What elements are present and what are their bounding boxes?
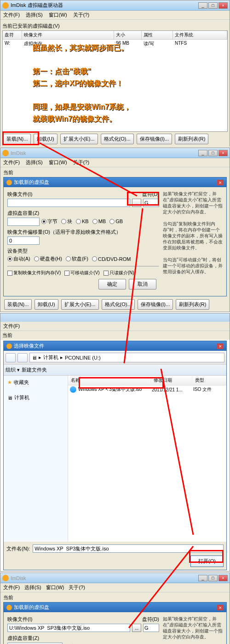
titlebar: ImDisk 虚拟磁盘驱动器 _ □ ×	[0, 0, 230, 11]
filename-input[interactable]	[33, 544, 224, 553]
refresh-button[interactable]: 刷新列表(R)	[175, 134, 208, 144]
menu-select[interactable]: 选择(S)	[26, 12, 43, 18]
dialog-close-icon[interactable]: ×	[217, 180, 224, 185]
unmount-button-2[interactable]: 卸载(U)	[34, 299, 58, 310]
format-button[interactable]: 格式化(O)...	[101, 134, 134, 144]
close-button[interactable]: ×	[218, 575, 228, 581]
save-button-2[interactable]: 保存镜像(I)...	[138, 299, 173, 310]
installed-label-3: 当前	[0, 331, 230, 340]
menu-about[interactable]: 关于(?)	[69, 585, 85, 590]
type-auto[interactable]: 自动(A)	[7, 255, 30, 262]
menu-file[interactable]: 文件(F)	[3, 585, 20, 590]
dialog-icon	[6, 180, 12, 185]
removable-media[interactable]: 可移动媒介(V)	[64, 270, 99, 276]
screen-4-filled-dialog: ImDisk _□× 文件(F)选择(S)窗口(W)关于(?) 当前 加载新的虚…	[0, 573, 230, 644]
minimize-button[interactable]: _	[198, 2, 207, 9]
readonly-media[interactable]: 只读媒介(N)	[104, 270, 134, 276]
menu-about[interactable]: 关于(?)	[73, 12, 89, 18]
col-name[interactable]: 名称	[68, 376, 151, 385]
window-title: ImDisk 虚拟磁盘驱动器	[11, 2, 198, 9]
mount-button-2[interactable]: 装载(N)...	[4, 299, 32, 310]
mount-button[interactable]: 装载(N)...	[3, 134, 31, 144]
help-text-3: 当勾选"可移动媒介"时，将创建一个可移动的虚拟设备，并禁用设备的写入缓存。	[163, 257, 223, 275]
body-2: 当前 加载新的虚拟盘 × 映像文件(I)盘符(D) ...	[0, 167, 230, 312]
unit-mb[interactable]: MB	[92, 219, 106, 224]
menubar: 文件(F) 选择(S) 窗口(W) 关于(?)	[0, 11, 230, 20]
minimize-button[interactable]: _	[198, 575, 207, 581]
menu-file-3[interactable]: 文件(F)	[3, 323, 20, 329]
browse-button-4[interactable]: ...	[132, 624, 141, 632]
dialog-close-icon[interactable]: ×	[217, 605, 224, 610]
col-drive[interactable]: 盘符	[3, 31, 22, 39]
menu-window[interactable]: 窗口(W)	[49, 12, 67, 18]
extend-button[interactable]: 扩展大小(E)...	[60, 134, 98, 144]
col-date[interactable]: 修改日期	[151, 376, 192, 385]
type-floppy[interactable]: 软盘(F)	[66, 255, 88, 262]
organize-button[interactable]: 组织 ▾	[6, 366, 20, 373]
menu-select[interactable]: 选择(S)	[26, 160, 43, 165]
unit-block[interactable]: 块	[61, 218, 72, 225]
browse-button[interactable]: ...	[132, 199, 141, 207]
minimize-button[interactable]: _	[198, 150, 207, 156]
offset-input[interactable]	[7, 236, 40, 245]
imdisk-icon	[2, 150, 9, 156]
menu-file[interactable]: 文件(F)	[3, 160, 20, 165]
extend-button-2[interactable]: 扩展大小(E)...	[61, 299, 99, 310]
close-button[interactable]: ×	[218, 2, 228, 9]
offset-label: 映像文件偏移量(O)（适用于非原始映像文件格式）	[7, 229, 159, 236]
back-button[interactable]	[6, 353, 16, 362]
file-date: 2011/12/21 1...	[152, 387, 193, 392]
col-fs[interactable]: 文件系统	[173, 31, 227, 39]
col-attr[interactable]: 属性	[142, 31, 173, 39]
drive-input[interactable]	[143, 199, 159, 207]
parent-frame	[0, 313, 230, 322]
col-size[interactable]: 大小	[114, 31, 142, 39]
screen-2-mount-dialog: ImDisk _□× 文件(F) 选择(S) 窗口(W) 关于(?) 当前 加载…	[0, 148, 230, 312]
type-cd[interactable]: CD/DVD-ROM	[92, 256, 131, 262]
menu-select[interactable]: 选择(S)	[24, 585, 41, 590]
save-button[interactable]: 保存镜像(I)...	[137, 134, 172, 144]
file-dialog-title: 选择映像文件 ×	[4, 341, 226, 351]
drive-input-4[interactable]	[143, 624, 159, 632]
sidebar-favorites[interactable]: ★收藏夹	[6, 378, 66, 387]
col-type[interactable]: 类型	[192, 376, 226, 385]
breadcrumb-drive[interactable]: PCONLINE (U:)	[65, 355, 101, 360]
dialog-close-icon[interactable]: ×	[217, 343, 224, 349]
menu-window[interactable]: 窗口(W)	[49, 160, 67, 165]
close-button[interactable]: ×	[218, 150, 228, 156]
capacity-label: 虚拟盘容量(Z)	[7, 210, 159, 217]
format-button-2[interactable]: 格式化(O)...	[102, 299, 135, 310]
location-bar[interactable]: 🖥▸ 计算机▸ PCONLINE (U:)	[29, 353, 224, 362]
copy-to-mem[interactable]: 复制映像文件到内存(V)	[7, 270, 61, 276]
overlay-line-2: 第一：点击"装载"	[33, 65, 131, 77]
unit-byte[interactable]: 字节	[41, 218, 58, 225]
type-hdd[interactable]: 硬盘卷(H)	[34, 255, 62, 262]
menu-window[interactable]: 窗口(W)	[46, 585, 64, 590]
refresh-button-2[interactable]: 刷新列表(R)	[176, 299, 209, 310]
unit-kb[interactable]: KB	[76, 219, 89, 224]
col-image[interactable]: 映像文件	[22, 31, 114, 39]
menu-file[interactable]: 文件(F)	[3, 12, 20, 18]
cancel-button[interactable]: 取消	[129, 279, 156, 290]
file-list: 名称 修改日期 类型 Windows XP ↖3集体中文版.iso 2011/1…	[68, 376, 226, 542]
forward-button[interactable]	[17, 353, 28, 362]
image-file-input-4[interactable]	[7, 624, 130, 632]
help-panel: 如果"映像文件"栏留空，并在"虚拟磁盘大小"栏输入所需磁盘容量大小，则创建一个指…	[163, 191, 223, 292]
overlay-line-3: 第二，选中XP的镜像文件！	[33, 77, 131, 89]
maximize-button[interactable]: □	[208, 575, 218, 581]
file-row[interactable]: Windows XP ↖3集体中文版.iso 2011/12/21 1... I…	[68, 385, 226, 394]
open-button[interactable]: 打开(O)	[190, 555, 224, 567]
help-text-1: 如果"映像文件"栏留空，并在"虚拟磁盘大小"栏输入所需磁盘容量大小，则创建一个指…	[163, 191, 223, 215]
sidebar-computer[interactable]: 🖥计算机	[6, 393, 66, 402]
capacity-input[interactable]	[7, 218, 40, 226]
maximize-button[interactable]: □	[208, 150, 218, 156]
unit-gb[interactable]: GB	[109, 219, 123, 224]
ok-button[interactable]: 确定	[98, 279, 126, 290]
image-file-label: 映像文件(I)	[7, 191, 32, 198]
breadcrumb-computer[interactable]: 计算机	[43, 354, 58, 361]
maximize-button[interactable]: □	[208, 2, 218, 9]
image-file-input[interactable]	[7, 199, 130, 207]
unmount-button[interactable]: 卸载(U)	[34, 134, 57, 144]
new-folder-button[interactable]: 新建文件夹	[22, 366, 47, 373]
menu-about[interactable]: 关于(?)	[73, 160, 89, 165]
